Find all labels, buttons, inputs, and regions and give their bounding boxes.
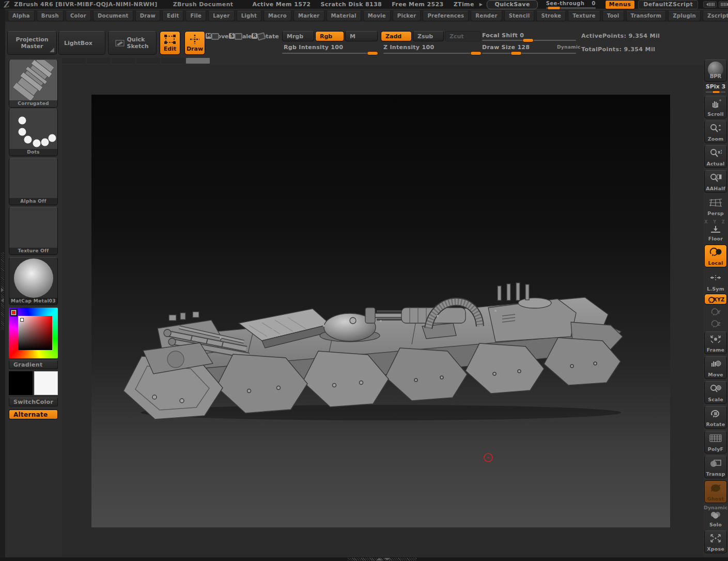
secondary-color-swatch[interactable]	[34, 371, 58, 395]
alternate-button[interactable]: Alternate	[9, 410, 58, 419]
see-through-handle[interactable]	[547, 6, 561, 10]
scrollbar-thumb[interactable]	[186, 58, 210, 64]
left-tray-divider[interactable]	[0, 9, 5, 561]
rgb-intensity-track[interactable]	[282, 53, 378, 54]
scroll-button[interactable]: Scroll	[704, 96, 727, 118]
menu-item-light[interactable]: Light	[237, 11, 261, 21]
ghost-button[interactable]: Ghost	[704, 480, 727, 503]
menu-item-picker[interactable]: Picker	[393, 11, 421, 21]
menu-item-edit[interactable]: Edit	[162, 11, 183, 21]
zsub-button[interactable]: Zsub	[413, 31, 444, 41]
xpose-button[interactable]: Xpose	[704, 530, 727, 553]
transparency-button[interactable]: Transp	[704, 456, 727, 478]
ztime-stat[interactable]: ZTime	[454, 1, 474, 8]
z-intensity-slider[interactable]: Z Intensity 100	[383, 44, 434, 51]
dynamic-toggle[interactable]: Dynamic	[557, 44, 581, 50]
switch-color-button[interactable]: SwitchColor	[9, 398, 58, 406]
prev-divider-button[interactable]	[703, 1, 717, 8]
material-selector[interactable]: MatCap Metal03	[9, 257, 58, 305]
z-intensity-track[interactable]	[383, 53, 481, 54]
quicksave-button[interactable]: QuickSave	[487, 0, 537, 9]
frame-button[interactable]: Frame	[704, 331, 727, 354]
lsym-button[interactable]: L.Sym	[704, 270, 727, 293]
expand-up-icon[interactable]	[376, 558, 382, 560]
bpr-render-button[interactable]: BPR	[704, 59, 727, 82]
color-picker-handle[interactable]	[20, 318, 24, 322]
menu-item-zplugin[interactable]: Zplugin	[668, 11, 701, 21]
expand-right-icon[interactable]	[1, 288, 4, 292]
local-button[interactable]: Local	[704, 245, 727, 267]
rotate-button[interactable]: Rotate	[704, 406, 727, 429]
focal-shift-handle[interactable]	[522, 38, 534, 42]
collapse-down-icon[interactable]	[384, 558, 390, 560]
menu-item-document[interactable]: Document	[93, 11, 133, 21]
menu-item-stencil[interactable]: Stencil	[504, 11, 535, 21]
menu-item-render[interactable]: Render	[471, 11, 502, 21]
quick-sketch-button[interactable]: Quick Sketch	[108, 31, 157, 55]
menu-item-brush[interactable]: Brush	[37, 11, 64, 21]
see-through-slider[interactable]: See-through0	[546, 1, 596, 9]
menu-item-layer[interactable]: Layer	[208, 11, 235, 21]
scrollbar-segment[interactable]	[112, 58, 135, 64]
mrgb-button[interactable]: Mrgb	[282, 31, 314, 41]
next-divider-button[interactable]	[719, 1, 728, 8]
spix-handle[interactable]	[712, 90, 720, 94]
menu-item-transform[interactable]: Transform	[626, 11, 667, 21]
collapse-left-icon[interactable]	[1, 298, 4, 302]
scrollbar-segment[interactable]	[136, 58, 160, 64]
rotate-mode-button[interactable]: R Rotate	[257, 33, 280, 40]
menu-item-stroke[interactable]: Stroke	[536, 11, 566, 21]
move-mode-button[interactable]: M Move	[209, 33, 231, 40]
spix-track[interactable]	[706, 92, 725, 93]
menus-toggle-button[interactable]: Menus	[605, 0, 636, 9]
bottom-tray-divider[interactable]	[0, 557, 728, 561]
draw-size-handle[interactable]	[510, 51, 522, 55]
menu-item-macro[interactable]: Macro	[264, 11, 291, 21]
menu-item-alpha[interactable]: Alpha	[8, 11, 35, 21]
zcut-button[interactable]: Zcut	[445, 31, 481, 41]
move-button[interactable]: Move	[704, 356, 727, 379]
brush-selector[interactable]: Corrugated Hoses	[9, 59, 58, 108]
alpha-selector[interactable]: Alpha Off	[9, 158, 58, 205]
rgb-intensity-handle[interactable]	[367, 51, 378, 55]
menu-item-draw[interactable]: Draw	[135, 11, 160, 21]
polyframe-button[interactable]: PolyF	[704, 431, 727, 453]
color-picker[interactable]	[9, 308, 58, 358]
menu-item-tool[interactable]: Tool	[602, 11, 624, 21]
lightbox-button[interactable]: LightBox	[58, 31, 105, 55]
texture-selector[interactable]: Texture Off	[9, 207, 58, 255]
rgb-intensity-slider[interactable]: Rgb Intensity 100	[284, 44, 343, 51]
zoom-button[interactable]: Zoom	[704, 120, 727, 143]
menu-item-file[interactable]: File	[185, 11, 206, 21]
draw-size-slider[interactable]: Draw Size 128	[482, 44, 530, 51]
edit-mode-button[interactable]: Edit	[160, 31, 180, 55]
aa-half-button[interactable]: AAHalf	[704, 170, 727, 193]
xyz-rotation-button[interactable]: XYZ	[704, 294, 727, 305]
viewport-canvas[interactable]	[91, 95, 670, 527]
draw-size-track[interactable]	[482, 53, 576, 54]
zadd-button[interactable]: Zadd	[381, 31, 412, 41]
solo-button[interactable]: Solo	[704, 510, 727, 529]
scale-button[interactable]: Scale	[704, 381, 727, 404]
stroke-selector[interactable]: Dots	[9, 109, 58, 156]
actual-size-button[interactable]: x1 Actual	[704, 145, 727, 168]
rotate-y-icon[interactable]: Y	[704, 307, 727, 319]
scrollbar-segment[interactable]	[62, 58, 86, 64]
default-zscript-button[interactable]: DefaultZScript	[638, 0, 698, 9]
scrollbar-segment[interactable]	[87, 58, 111, 64]
z-intensity-handle[interactable]	[470, 51, 482, 55]
see-through-track[interactable]	[546, 7, 596, 9]
rotate-z-icon[interactable]: Z	[704, 319, 727, 330]
gradient-button[interactable]: Gradient	[9, 360, 58, 369]
focal-shift-slider[interactable]: Focal Shift 0	[482, 32, 524, 39]
menu-item-movie[interactable]: Movie	[363, 11, 391, 21]
spix-slider[interactable]: SPix 3	[704, 83, 727, 93]
rgb-button[interactable]: Rgb	[315, 31, 344, 41]
main-color-swatch[interactable]	[9, 371, 33, 395]
menu-item-texture[interactable]: Texture	[568, 11, 600, 21]
menu-item-material[interactable]: Material	[327, 11, 361, 21]
draw-mode-button[interactable]: Draw	[184, 31, 205, 55]
menu-item-zscript[interactable]: Zscript	[703, 11, 728, 21]
scrollbar-segment[interactable]	[161, 58, 185, 64]
m-button[interactable]: M	[345, 31, 378, 41]
